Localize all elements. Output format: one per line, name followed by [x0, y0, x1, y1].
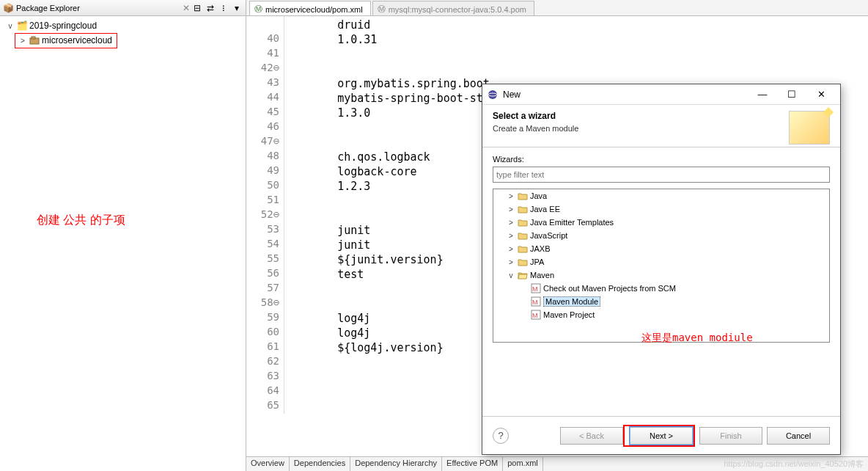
wizard-item[interactable]: >JavaScript: [493, 229, 829, 242]
explorer-header: 📦 Package Explorer ✕ ⊟ ⇄ ⫶ ▾: [0, 0, 246, 16]
wizard-item[interactable]: >Java: [493, 189, 829, 202]
back-button[interactable]: < Back: [560, 427, 623, 445]
project-label: 2019-springcloud: [29, 21, 97, 31]
package-explorer: 📦 Package Explorer ✕ ⊟ ⇄ ⫶ ▾ v 🗂️ 2019-s…: [0, 0, 246, 471]
finish-button[interactable]: Finish: [699, 427, 762, 445]
svg-point-3: [488, 90, 497, 99]
editor-tab[interactable]: Ⓜ mysql:mysql-connector-java:5.0.4.pom: [372, 1, 534, 15]
filter-input[interactable]: [493, 167, 830, 183]
new-wizard-dialog: New — ☐ ✕ Select a wizard Create a Maven…: [482, 84, 841, 455]
link-editor-icon[interactable]: ⇄: [205, 2, 216, 14]
dialog-heading: Select a wizard: [493, 111, 789, 121]
collapse-all-icon[interactable]: ⊟: [191, 2, 203, 14]
tab-label: mysql:mysql-connector-java:5.0.4.pom: [389, 5, 526, 14]
dialog-title: New: [503, 90, 748, 100]
wizard-item[interactable]: >JAXB: [493, 242, 829, 255]
watermark: https://blog.csdn.net/weixin_40520博客: [724, 459, 864, 470]
expand-icon[interactable]: >: [18, 37, 27, 45]
package-icon: 📦: [3, 3, 14, 13]
wizards-label: Wizards:: [493, 155, 830, 164]
filter-icon[interactable]: ⫶: [218, 2, 229, 14]
svg-text:M: M: [532, 312, 538, 319]
bottom-tab[interactable]: Dependencies: [290, 457, 350, 471]
wizard-item[interactable]: MCheck out Maven Projects from SCM: [493, 282, 829, 295]
xml-icon: Ⓜ: [378, 4, 386, 15]
wizard-item[interactable]: >JPA: [493, 255, 829, 269]
tree-row-project[interactable]: v 🗂️ 2019-springcloud: [4, 19, 246, 32]
tree-row-module[interactable]: > microservicecloud: [17, 34, 117, 47]
bottom-tab[interactable]: Dependency Hierarchy: [350, 457, 442, 471]
dialog-footer: ? < Back Next > Finish Cancel: [482, 416, 840, 454]
tab-label: microservicecloud/pom.xml: [265, 5, 363, 14]
annotation-maven-module: 这里是maven modiule: [641, 332, 753, 345]
wizard-item[interactable]: >Java Emitter Templates: [493, 216, 829, 229]
svg-text:M: M: [532, 285, 538, 293]
project-icon: 🗂️: [16, 20, 28, 32]
dialog-body: Wizards: >Java>Java EE>Java Emitter Temp…: [482, 147, 840, 343]
expand-icon[interactable]: v: [6, 22, 15, 30]
xml-icon: Ⓜ: [254, 4, 262, 15]
wizard-banner-icon: [789, 111, 830, 145]
explorer-title: Package Explorer: [16, 4, 183, 12]
eclipse-icon: [487, 89, 499, 101]
dialog-description: Create a Maven module: [493, 124, 789, 133]
annotation-create-sub: 创建 公共 的子项: [37, 213, 125, 228]
maximize-button[interactable]: ☐: [777, 87, 806, 102]
svg-text:M: M: [532, 299, 538, 306]
view-menu-icon[interactable]: ▾: [231, 2, 243, 14]
minimize-button[interactable]: —: [748, 87, 777, 102]
wizard-item[interactable]: >Java EE: [493, 202, 829, 216]
close-icon[interactable]: ✕: [183, 3, 190, 13]
help-button[interactable]: ?: [493, 428, 509, 444]
wizard-item[interactable]: vMaven: [493, 269, 829, 282]
line-gutter: 404142⊖4344454647⊖4849505152⊖53545556575…: [246, 16, 284, 414]
wizard-item[interactable]: MMaven Module: [493, 295, 829, 308]
project-tree: v 🗂️ 2019-springcloud > microserviceclou…: [0, 16, 246, 48]
close-button[interactable]: ✕: [806, 87, 836, 102]
dialog-banner: Select a wizard Create a Maven module: [482, 105, 840, 147]
editor-tabs: Ⓜ microservicecloud/pom.xml Ⓜ mysql:mysq…: [246, 0, 868, 16]
bottom-tab[interactable]: pom.xml: [503, 457, 543, 471]
next-button[interactable]: Next >: [630, 427, 693, 445]
wizard-item[interactable]: MMaven Project: [493, 308, 829, 321]
module-label: microservicecloud: [42, 35, 112, 45]
bottom-tab[interactable]: Effective POM: [442, 457, 503, 471]
dialog-titlebar[interactable]: New — ☐ ✕: [482, 84, 840, 105]
editor-tab[interactable]: Ⓜ microservicecloud/pom.xml: [249, 1, 371, 15]
svg-rect-1: [32, 37, 35, 39]
wizard-tree[interactable]: >Java>Java EE>Java Emitter Templates>Jav…: [493, 189, 830, 343]
cancel-button[interactable]: Cancel: [767, 427, 830, 445]
bottom-tab[interactable]: Overview: [246, 457, 290, 471]
maven-module-icon: [29, 34, 40, 46]
